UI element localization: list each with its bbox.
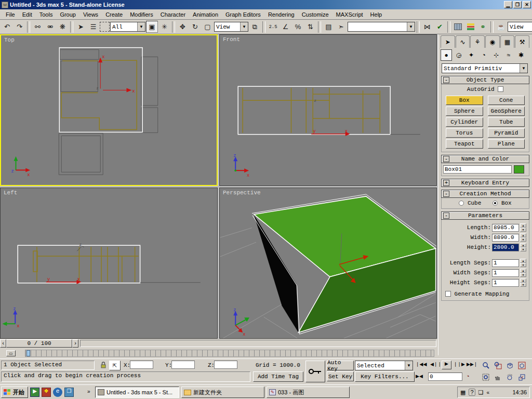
tab-display[interactable]: ▦	[500, 35, 515, 48]
dropdown-arrow-icon[interactable]: ▼	[137, 22, 145, 31]
set-key-button[interactable]: Set Key	[327, 371, 354, 381]
select-scale-icon[interactable]: ▢	[202, 21, 214, 33]
tray-collapse-chevron-icon[interactable]: «	[486, 390, 489, 395]
unlink-selection-icon[interactable]: ⚮	[44, 21, 56, 33]
internet-explorer-icon[interactable]: e	[53, 388, 62, 397]
object-button-teapot[interactable]: Teapot	[446, 139, 483, 149]
undo-icon[interactable]: ↶	[1, 21, 13, 33]
zoom-icon[interactable]	[481, 360, 491, 371]
menu-graph-editors[interactable]: Graph Editors	[222, 10, 264, 19]
creation-method-cube[interactable]: Cube	[459, 200, 481, 206]
height-input[interactable]	[492, 244, 519, 251]
cube-radio[interactable]	[459, 201, 464, 206]
play-button[interactable]: ▶	[442, 361, 451, 369]
selection-lock-icon[interactable]	[100, 361, 107, 369]
mirror-icon[interactable]: ⋈	[421, 21, 433, 33]
frame-marker[interactable]	[26, 350, 30, 356]
height-spinner[interactable]: ▲▼	[520, 243, 526, 251]
category-shapes-icon[interactable]: ◶	[453, 49, 464, 61]
track-bar-ticks[interactable]	[25, 350, 434, 357]
media-player-icon[interactable]: ▶	[30, 388, 39, 397]
object-button-tube[interactable]: Tube	[488, 117, 525, 127]
menu-file[interactable]: File	[2, 10, 19, 19]
category-systems-icon[interactable]: ✱	[515, 49, 527, 61]
time-back-arrow[interactable]: ‹	[0, 339, 6, 348]
dropdown-arrow-icon[interactable]: ▼	[405, 361, 413, 370]
z-coordinate-input[interactable]	[214, 361, 237, 369]
box-radio[interactable]	[493, 201, 498, 206]
object-button-plane[interactable]: Plane	[488, 139, 525, 149]
collapse-icon[interactable]: -	[443, 191, 449, 197]
named-selection-select[interactable]: ▼	[348, 22, 415, 32]
taskbar-task-folder[interactable]: 新建文件夹	[181, 387, 264, 398]
width-input[interactable]	[492, 234, 519, 242]
key-selection-select[interactable]: Selected ▼	[355, 361, 413, 370]
height-segs-input[interactable]	[492, 279, 519, 287]
start-button[interactable]: 开始	[1, 387, 28, 398]
taskbar-task-3dsmax[interactable]: Untitled - 3ds max 5 - St...	[95, 387, 179, 398]
menu-tools[interactable]: Tools	[36, 10, 57, 19]
top-viewport[interactable]: Top x x z z x	[0, 34, 218, 186]
primitive-type-select[interactable]: Standard Primitiv ▼	[442, 63, 528, 73]
zoom-extents-icon[interactable]	[504, 360, 515, 371]
menu-animation[interactable]: Animation	[189, 10, 222, 19]
add-time-tag-button[interactable]: Add Time Tag	[253, 371, 303, 382]
width-segs-input[interactable]	[492, 269, 519, 277]
region-zoom-icon[interactable]	[481, 372, 491, 383]
arc-rotate-icon[interactable]	[504, 372, 515, 383]
curve-editor-icon[interactable]	[464, 21, 476, 33]
creation-method-box[interactable]: Box	[493, 200, 511, 206]
selection-filter-select[interactable]: All ▼	[110, 22, 145, 32]
tab-hierarchy[interactable]: ⚘	[470, 35, 485, 48]
menu-customize[interactable]: Customize	[298, 10, 332, 19]
category-helpers-icon[interactable]: ⊹	[490, 49, 502, 61]
quick-launch-chevron-icon[interactable]: »	[87, 389, 90, 394]
tray-help-icon[interactable]: ?	[469, 389, 475, 396]
select-rotate-icon[interactable]: ↻	[189, 21, 201, 33]
dropdown-arrow-icon[interactable]: ▼	[407, 22, 415, 31]
angle-snap-icon[interactable]: ∠	[280, 21, 291, 33]
percent-snap-icon[interactable]: %	[292, 21, 304, 33]
generate-mapping-checkbox[interactable]	[445, 291, 451, 297]
name-color-header[interactable]: - Name and Color	[441, 155, 529, 163]
object-button-sphere[interactable]: Sphere	[446, 107, 483, 116]
tray-keyboard-icon[interactable]: ▦	[460, 389, 466, 396]
category-spacewarps-icon[interactable]: ≈	[503, 49, 514, 61]
menu-rendering[interactable]: Rendering	[264, 10, 298, 19]
height-segs-spinner[interactable]: ▲▼	[520, 278, 526, 287]
tab-create[interactable]: ➤	[441, 35, 455, 48]
menu-group[interactable]: Group	[56, 10, 79, 19]
zoom-all-icon[interactable]	[493, 360, 503, 371]
tab-modify[interactable]: ∿	[456, 35, 470, 48]
prev-frame-button[interactable]: ◀❘❘	[430, 362, 442, 367]
show-desktop-icon[interactable]: ❐	[64, 388, 74, 397]
expand-icon[interactable]: +	[443, 180, 449, 186]
material-editor-icon[interactable]	[452, 21, 464, 33]
pan-icon[interactable]	[493, 372, 503, 383]
menu-character[interactable]: Character	[157, 10, 189, 19]
dropdown-arrow-icon[interactable]: ▼	[240, 22, 248, 31]
app-shortcut-icon[interactable]: ❖	[42, 388, 51, 397]
time-configuration-icon[interactable]: ◔	[466, 373, 470, 379]
collapse-icon[interactable]: -	[443, 77, 449, 83]
object-button-pyramid[interactable]: Pyramid	[488, 128, 525, 138]
min-max-toggle-icon[interactable]	[516, 372, 527, 383]
object-name-input[interactable]	[443, 165, 512, 174]
restore-button[interactable]: ❐	[513, 1, 522, 8]
align-icon[interactable]: ✔	[434, 21, 446, 33]
category-lights-icon[interactable]: ✦	[466, 49, 477, 61]
menu-maxscript[interactable]: MAXScript	[332, 10, 367, 19]
menu-modifiers[interactable]: Modifiers	[126, 10, 157, 19]
time-forward-arrow[interactable]: ›	[72, 339, 78, 348]
schematic-view-icon[interactable]: ⚭	[477, 21, 489, 33]
category-geometry-icon[interactable]: ●	[441, 49, 452, 61]
object-color-swatch[interactable]	[514, 165, 524, 174]
tray-arrange-icon[interactable]: ❏	[478, 389, 484, 396]
keyboard-entry-header[interactable]: + Keyboard Entry	[441, 179, 529, 187]
tab-motion[interactable]: ◉	[485, 35, 500, 48]
object-button-geosphere[interactable]: GeoSphere	[488, 107, 525, 116]
object-type-header[interactable]: - Object Type	[441, 76, 529, 84]
y-coordinate-input[interactable]	[171, 361, 195, 369]
current-frame-input[interactable]	[428, 373, 462, 381]
absolute-offset-toggle[interactable]: ⇱	[109, 361, 121, 370]
